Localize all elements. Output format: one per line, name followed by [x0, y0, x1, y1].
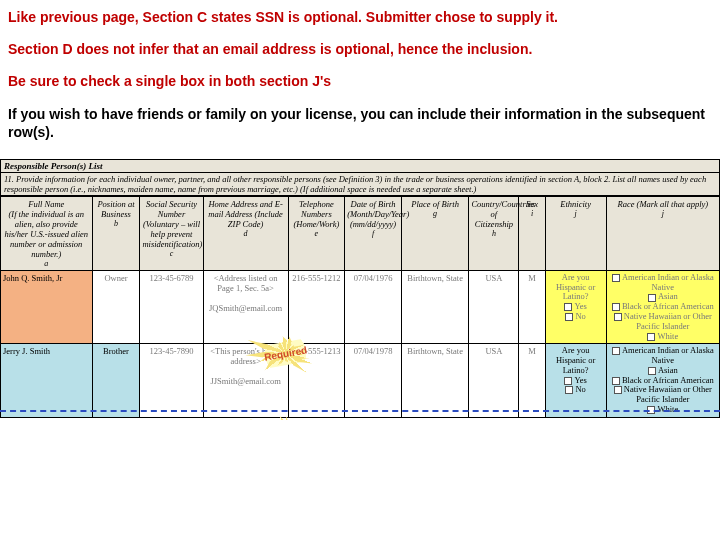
cell-name: Jerry J. Smith: [1, 344, 93, 417]
table-header-row: Full Name(If the individual is an alien,…: [1, 196, 720, 270]
instruction-line-4: If you wish to have friends or family on…: [8, 105, 712, 141]
cell-citizenship: USA: [469, 344, 519, 417]
cell-position: Owner: [92, 270, 140, 343]
checkbox-icon[interactable]: [565, 313, 573, 321]
checkbox-icon[interactable]: [565, 386, 573, 394]
col-pob: Place of Birthg: [401, 196, 469, 270]
cell-sex: M: [519, 270, 545, 343]
col-dob: Date of Birth (Month/Day/Year)(mm/dd/yyy…: [345, 196, 402, 270]
instruction-line-2: Section D does not infer that an email a…: [8, 40, 712, 58]
col-ethnicity: Ethnicityj: [545, 196, 606, 270]
cell-pob: Birthtown, State: [401, 344, 469, 417]
table-row: Jerry J. Smith Brother 123-45-7890 <This…: [1, 344, 720, 417]
instruction-block: Like previous page, Section C states SSN…: [0, 0, 720, 159]
optional-callout: Optional: [251, 418, 314, 420]
checkbox-icon[interactable]: [614, 313, 622, 321]
cell-citizenship: USA: [469, 270, 519, 343]
checkbox-icon[interactable]: [564, 377, 572, 385]
cell-ethnicity: Are you Hispanic or Latino? Yes No: [545, 344, 606, 417]
cell-address: <Address listed on Page 1, Sec. 5a>JQSmi…: [203, 270, 288, 343]
instruction-line-1: Like previous page, Section C states SSN…: [8, 8, 712, 26]
checkbox-icon[interactable]: [612, 274, 620, 282]
cell-race: American Indian or Alaska Native Asian B…: [606, 270, 719, 343]
cell-dob: 07/04/1976: [345, 270, 402, 343]
cell-ethnicity: Are you Hispanic or Latino? Yes No: [545, 270, 606, 343]
cell-position: Brother: [92, 344, 140, 417]
section-subhead: 11. Provide information for each individ…: [0, 173, 720, 196]
col-race: Race (Mark all that apply)j: [606, 196, 719, 270]
cell-name: John Q. Smith, Jr: [1, 270, 93, 343]
checkbox-icon[interactable]: [564, 303, 572, 311]
cell-race: American Indian or Alaska Native Asian B…: [606, 344, 719, 417]
section-title: Responsible Person(s) List: [0, 159, 720, 173]
cell-dob: 07/04/1978: [345, 344, 402, 417]
col-citizenship: Country/Countries of Citizenshiph: [469, 196, 519, 270]
col-position: Position at Businessb: [92, 196, 140, 270]
cell-sex: M: [519, 344, 545, 417]
col-telephone: Telephone Numbers (Home/Work)e: [288, 196, 345, 270]
table-row: John Q. Smith, Jr Owner 123-45-6789 <Add…: [1, 270, 720, 343]
checkbox-icon[interactable]: [647, 333, 655, 341]
cell-pob: Birthtown, State: [401, 270, 469, 343]
cell-ssn: 123-45-6789: [140, 270, 203, 343]
responsible-persons-table: Full Name(If the individual is an alien,…: [0, 196, 720, 418]
cell-telephone: 216-555-1212: [288, 270, 345, 343]
checkbox-icon[interactable]: [614, 386, 622, 394]
col-ssn: Social Security Number(Voluntary – will …: [140, 196, 203, 270]
checkbox-icon[interactable]: [612, 347, 620, 355]
col-fullname: Full Name(If the individual is an alien,…: [1, 196, 93, 270]
dashed-divider: [0, 410, 720, 412]
col-address: Home Address and E-mail Address (Include…: [203, 196, 288, 270]
checkbox-icon[interactable]: [612, 303, 620, 311]
checkbox-icon[interactable]: [612, 377, 620, 385]
instruction-line-3: Be sure to check a single box in both se…: [8, 72, 712, 90]
cell-ssn: 123-45-7890: [140, 344, 203, 417]
